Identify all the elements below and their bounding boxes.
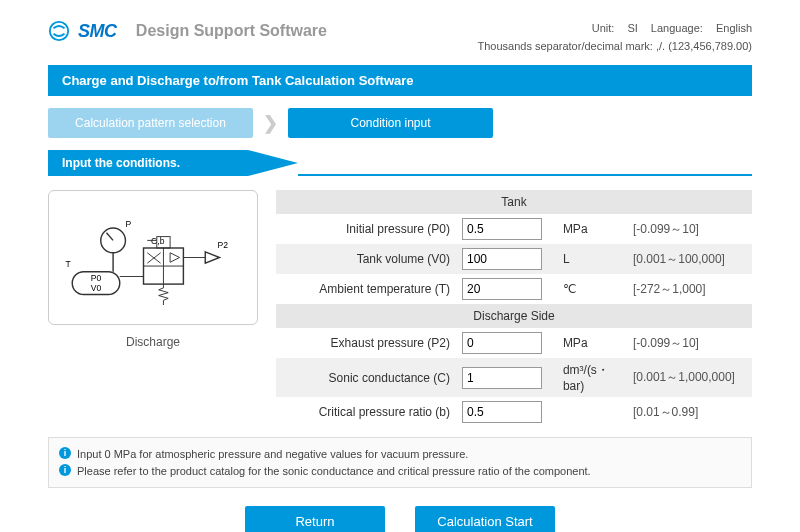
b-range: [0.01～0.99]: [627, 397, 752, 427]
section-divider: [298, 174, 752, 176]
diagram-label-p2: P2: [218, 240, 229, 250]
svg-marker-10: [170, 253, 180, 263]
logo-text: SMC: [78, 21, 117, 42]
info-icon: i: [59, 464, 71, 476]
separator-note: Thousands separator/decimal mark: ,/. (1…: [477, 38, 752, 56]
t-range: [-272～1,000]: [627, 274, 752, 304]
header: SMC Design Support Software Unit: SI Lan…: [48, 20, 752, 55]
p2-range: [-0.099～10]: [627, 328, 752, 358]
info-line-2: Please refer to the product catalog for …: [77, 463, 591, 480]
c-range: [0.001～1,000,000]: [627, 358, 752, 397]
diagram-label-p: P: [125, 219, 131, 229]
t-unit: ℃: [557, 274, 627, 304]
lang-label: Language:: [651, 22, 703, 34]
lang-value: English: [716, 22, 752, 34]
c-input[interactable]: [462, 367, 542, 389]
return-button[interactable]: Return: [245, 506, 385, 532]
p0-range: [-0.099～10]: [627, 214, 752, 244]
breadcrumb-step-1[interactable]: Calculation pattern selection: [48, 108, 253, 138]
info-icon: i: [59, 447, 71, 459]
page-title: Charge and Discharge to/from Tank Calcul…: [48, 65, 752, 96]
diagram-label-t: T: [66, 259, 72, 269]
svg-line-3: [106, 233, 113, 241]
svg-text:i: i: [64, 448, 67, 458]
chevron-right-icon: ❯: [263, 112, 278, 134]
c-unit: dm³/(s・bar): [557, 358, 627, 397]
svg-point-0: [50, 22, 68, 40]
v0-unit: L: [557, 244, 627, 274]
diagram-label-v0: V0: [91, 283, 102, 293]
diagram-label-p0: P0: [91, 273, 102, 283]
diagram-caption: Discharge: [48, 335, 258, 349]
diagram-label-cb: C,b: [151, 236, 165, 246]
unit-label: Unit:: [592, 22, 615, 34]
info-line-1: Input 0 MPa for atmospheric pressure and…: [77, 446, 468, 463]
v0-label: Tank volume (V0): [276, 244, 456, 274]
p2-input[interactable]: [462, 332, 542, 354]
discharge-diagram: P0 V0 P T C,b: [48, 190, 258, 325]
c-label: Sonic conductance (C): [276, 358, 456, 397]
breadcrumb: Calculation pattern selection ❯ Conditio…: [48, 108, 752, 138]
info-box: i Input 0 MPa for atmospheric pressure a…: [48, 437, 752, 488]
t-label: Ambient temperature (T): [276, 274, 456, 304]
discharge-section-header: Discharge Side: [276, 304, 752, 328]
b-input[interactable]: [462, 401, 542, 423]
breadcrumb-step-2[interactable]: Condition input: [288, 108, 493, 138]
p0-unit: MPa: [557, 214, 627, 244]
svg-marker-15: [205, 252, 219, 263]
unit-value: SI: [627, 22, 637, 34]
t-input[interactable]: [462, 278, 542, 300]
calculation-start-button[interactable]: Calculation Start: [415, 506, 555, 532]
tank-section-header: Tank: [276, 190, 752, 214]
v0-range: [0.001～100,000]: [627, 244, 752, 274]
input-table: Tank Initial pressure (P0) MPa [-0.099～1…: [276, 190, 752, 427]
b-label: Critical pressure ratio (b): [276, 397, 456, 427]
v0-input[interactable]: [462, 248, 542, 270]
section-label: Input the conditions.: [48, 150, 248, 176]
p0-label: Initial pressure (P0): [276, 214, 456, 244]
p0-input[interactable]: [462, 218, 542, 240]
p2-label: Exhaust pressure (P2): [276, 328, 456, 358]
section-arrow-icon: [248, 150, 298, 176]
svg-text:i: i: [64, 465, 67, 475]
b-unit: [557, 397, 627, 427]
p2-unit: MPa: [557, 328, 627, 358]
smc-logo-icon: [48, 20, 70, 42]
app-title: Design Support Software: [136, 22, 327, 40]
